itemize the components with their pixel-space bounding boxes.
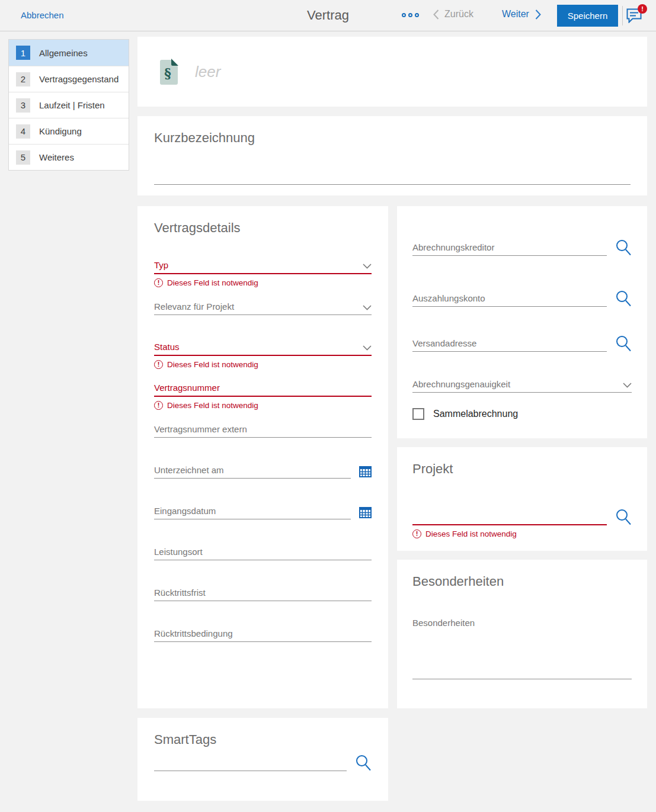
paragraph-document-icon: §: [159, 58, 179, 86]
search-icon[interactable]: [355, 755, 372, 771]
abrechnungskreditor-input[interactable]: Abrechnungskreditor: [412, 241, 607, 256]
error-icon: !: [154, 360, 163, 369]
step-label: Allgemeines: [39, 48, 88, 58]
abrechnungsgenauigkeit-field: Abrechnungsgenauigkeit: [412, 378, 632, 393]
step-number: 1: [16, 46, 30, 60]
smarttags-title: SmartTags: [154, 732, 372, 747]
projekt-field: ! Dieses Feld ist notwendig: [412, 509, 632, 539]
back-button[interactable]: Zurück: [433, 9, 473, 20]
versandadresse-label: Versandadresse: [412, 338, 476, 348]
chevron-right-icon: [535, 9, 541, 20]
step-label: Weiteres: [39, 152, 74, 162]
chevron-down-icon: [623, 383, 632, 388]
vertragsdetails-card: Vertragsdetails Typ ! Dieses Feld ist no…: [137, 206, 388, 708]
error-icon: !: [154, 401, 163, 410]
sidebar-item-laufzeit-fristen[interactable]: 3 Laufzeit | Fristen: [9, 92, 129, 118]
eingangsdatum-input[interactable]: Eingangsdatum: [154, 505, 351, 519]
relevanz-field: Relevanz für Projekt: [154, 300, 372, 315]
chevron-down-icon: [363, 264, 372, 269]
versandadresse-input[interactable]: Versandadresse: [412, 337, 607, 352]
abrechnung-card: Abrechnungskreditor Auszahlungskonto Ver…: [397, 206, 647, 438]
abrechnungsgenauigkeit-dropdown[interactable]: Abrechnungsgenauigkeit: [412, 378, 632, 393]
besonderheiten-textarea[interactable]: [412, 628, 632, 679]
svg-text:§: §: [164, 65, 171, 81]
comments-button[interactable]: !: [626, 8, 642, 24]
chevron-down-icon: [363, 305, 372, 310]
typ-field: Typ ! Dieses Feld ist notwendig: [154, 259, 372, 288]
besonderheiten-label: Besonderheiten: [412, 618, 632, 628]
record-name-placeholder[interactable]: leer: [195, 63, 220, 81]
sidebar-item-weiteres[interactable]: 5 Weiteres: [9, 144, 129, 170]
vertragsnummer-field: Vertragsnummer ! Dieses Feld ist notwend…: [154, 382, 372, 410]
next-label: Weiter: [502, 9, 529, 20]
abrechnungskreditor-label: Abrechnungskreditor: [412, 242, 494, 252]
ruecktrittsfrist-label: Rücktrittsfrist: [154, 588, 206, 598]
sidebar-item-allgemeines[interactable]: 1 Allgemeines: [9, 40, 129, 66]
save-button[interactable]: Speichern: [557, 5, 618, 27]
vertragsnummer-extern-input[interactable]: Vertragsnummer extern: [154, 423, 372, 438]
search-icon[interactable]: [615, 290, 632, 307]
ruecktrittsbedingung-input[interactable]: Rücktrittsbedingung: [154, 627, 372, 642]
typ-dropdown[interactable]: Typ: [154, 259, 372, 274]
leistungsort-field: Leistungsort: [154, 545, 372, 560]
step-sidebar: 1 Allgemeines 2 Vertragsgegenstand 3 Lau…: [8, 39, 129, 171]
ruecktrittsbedingung-label: Rücktrittsbedingung: [154, 628, 233, 638]
vertragsnummer-error: ! Dieses Feld ist notwendig: [154, 400, 372, 410]
header-divider: [622, 6, 623, 25]
relevanz-dropdown[interactable]: Relevanz für Projekt: [154, 300, 372, 315]
versandadresse-field: Versandadresse: [412, 335, 632, 352]
step-number: 5: [16, 150, 30, 165]
smarttags-input[interactable]: [154, 756, 347, 771]
unterzeichnet-am-field: Unterzeichnet am: [154, 464, 372, 479]
calendar-icon[interactable]: [359, 466, 372, 477]
smarttags-field: [154, 755, 372, 771]
besonderheiten-card: Besonderheiten Besonderheiten: [397, 560, 647, 708]
search-icon[interactable]: [615, 509, 632, 525]
step-label: Kündigung: [39, 126, 82, 136]
unterzeichnet-am-label: Unterzeichnet am: [154, 465, 224, 475]
search-icon[interactable]: [615, 335, 632, 352]
header-bar: Abbrechen Vertrag Zurück Weiter Speicher…: [0, 0, 656, 31]
step-number: 4: [16, 124, 30, 139]
status-field: Status ! Dieses Feld ist notwendig: [154, 341, 372, 370]
record-header-card: § leer: [137, 37, 647, 107]
typ-error: ! Dieses Feld ist notwendig: [154, 277, 372, 288]
eingangsdatum-field: Eingangsdatum: [154, 505, 372, 519]
more-options-button[interactable]: [402, 13, 419, 17]
vertragsnummer-extern-field: Vertragsnummer extern: [154, 423, 372, 438]
dot-icon: [408, 13, 412, 17]
search-icon[interactable]: [615, 239, 632, 256]
auszahlungskonto-input[interactable]: Auszahlungskonto: [412, 292, 607, 307]
step-label: Vertragsgegenstand: [39, 74, 119, 84]
abrechnungskreditor-field: Abrechnungskreditor: [412, 239, 632, 256]
dot-icon: [415, 13, 419, 17]
eingangsdatum-label: Eingangsdatum: [154, 506, 216, 516]
sammelabrechnung-checkbox[interactable]: [412, 408, 424, 420]
smarttags-card: SmartTags: [137, 718, 388, 801]
calendar-icon[interactable]: [359, 507, 372, 518]
back-label: Zurück: [444, 9, 473, 20]
relevanz-label: Relevanz für Projekt: [154, 301, 234, 312]
ruecktrittsfrist-field: Rücktrittsfrist: [154, 586, 372, 601]
ruecktrittsfrist-input[interactable]: Rücktrittsfrist: [154, 586, 372, 601]
projekt-error: ! Dieses Feld ist notwendig: [412, 528, 632, 539]
status-dropdown[interactable]: Status: [154, 341, 372, 356]
unterzeichnet-am-input[interactable]: Unterzeichnet am: [154, 464, 351, 479]
projekt-card: Projekt ! Dieses Feld ist notwendig: [397, 447, 647, 551]
notification-badge: !: [638, 4, 647, 14]
step-number: 2: [16, 72, 30, 86]
vertragsnummer-input[interactable]: Vertragsnummer: [154, 382, 372, 397]
chevron-down-icon: [363, 345, 372, 351]
leistungsort-input[interactable]: Leistungsort: [154, 545, 372, 560]
next-button[interactable]: Weiter: [502, 9, 541, 20]
projekt-lookup-input[interactable]: [412, 511, 607, 525]
kurzbezeichnung-input[interactable]: [154, 158, 631, 185]
sidebar-item-kuendigung[interactable]: 4 Kündigung: [9, 118, 129, 144]
vertragsnummer-label: Vertragsnummer: [154, 383, 220, 393]
leistungsort-label: Leistungsort: [154, 547, 203, 557]
abrechnungsgenauigkeit-label: Abrechnungsgenauigkeit: [412, 379, 510, 389]
auszahlungskonto-field: Auszahlungskonto: [412, 290, 632, 307]
status-label: Status: [154, 342, 180, 352]
sidebar-item-vertragsgegenstand[interactable]: 2 Vertragsgegenstand: [9, 66, 129, 92]
ruecktrittsbedingung-field: Rücktrittsbedingung: [154, 627, 372, 642]
